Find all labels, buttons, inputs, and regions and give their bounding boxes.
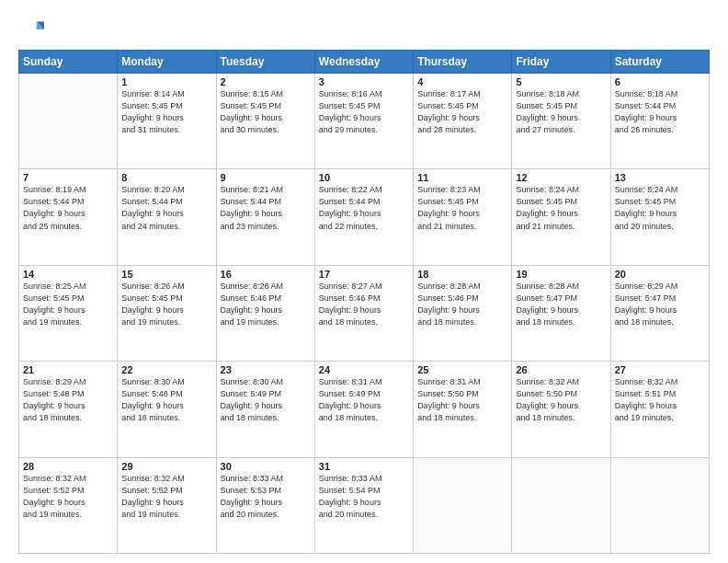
day-info: Sunrise: 8:22 AM Sunset: 5:44 PM Dayligh… xyxy=(319,184,409,232)
day-info: Sunrise: 8:30 AM Sunset: 5:48 PM Dayligh… xyxy=(121,376,211,424)
calendar-cell: 8Sunrise: 8:20 AM Sunset: 5:44 PM Daylig… xyxy=(118,169,216,265)
header xyxy=(18,17,710,42)
day-number: 24 xyxy=(319,364,409,375)
day-info: Sunrise: 8:24 AM Sunset: 5:45 PM Dayligh… xyxy=(516,184,606,232)
day-number: 8 xyxy=(121,172,211,183)
day-number: 3 xyxy=(319,76,409,87)
day-info: Sunrise: 8:30 AM Sunset: 5:49 PM Dayligh… xyxy=(221,376,311,424)
day-number: 4 xyxy=(417,76,507,87)
day-info: Sunrise: 8:20 AM Sunset: 5:44 PM Dayligh… xyxy=(121,184,211,232)
day-info: Sunrise: 8:33 AM Sunset: 5:53 PM Dayligh… xyxy=(221,473,311,521)
day-number: 28 xyxy=(23,461,113,472)
day-number: 12 xyxy=(516,172,606,183)
calendar-cell: 17Sunrise: 8:27 AM Sunset: 5:46 PM Dayli… xyxy=(314,265,413,361)
day-number: 21 xyxy=(23,364,113,375)
logo-icon xyxy=(18,17,44,42)
calendar-cell: 14Sunrise: 8:25 AM Sunset: 5:45 PM Dayli… xyxy=(19,265,118,361)
calendar-cell: 16Sunrise: 8:26 AM Sunset: 5:46 PM Dayli… xyxy=(216,265,314,361)
day-number: 25 xyxy=(417,364,507,375)
day-info: Sunrise: 8:33 AM Sunset: 5:54 PM Dayligh… xyxy=(319,473,409,521)
day-number: 9 xyxy=(221,172,311,183)
calendar-cell: 3Sunrise: 8:16 AM Sunset: 5:45 PM Daylig… xyxy=(314,74,413,169)
calendar-cell: 30Sunrise: 8:33 AM Sunset: 5:53 PM Dayli… xyxy=(216,457,314,553)
calendar-cell: 11Sunrise: 8:23 AM Sunset: 5:45 PM Dayli… xyxy=(414,169,512,265)
day-header-saturday: Saturday xyxy=(610,51,709,74)
calendar-week-row-2: 7Sunrise: 8:19 AM Sunset: 5:44 PM Daylig… xyxy=(19,169,710,265)
calendar-cell: 2Sunrise: 8:15 AM Sunset: 5:45 PM Daylig… xyxy=(216,74,314,169)
calendar-cell: 19Sunrise: 8:28 AM Sunset: 5:47 PM Dayli… xyxy=(512,265,610,361)
calendar-cell xyxy=(414,457,512,553)
calendar-cell: 24Sunrise: 8:31 AM Sunset: 5:49 PM Dayli… xyxy=(314,362,413,457)
calendar-cell: 25Sunrise: 8:31 AM Sunset: 5:50 PM Dayli… xyxy=(414,362,512,457)
day-info: Sunrise: 8:26 AM Sunset: 5:45 PM Dayligh… xyxy=(121,281,211,328)
day-header-friday: Friday xyxy=(512,51,610,74)
day-number: 20 xyxy=(615,269,705,280)
calendar-cell: 4Sunrise: 8:17 AM Sunset: 5:45 PM Daylig… xyxy=(414,74,512,169)
day-number: 5 xyxy=(516,76,606,87)
day-info: Sunrise: 8:21 AM Sunset: 5:44 PM Dayligh… xyxy=(221,184,311,232)
calendar-cell: 9Sunrise: 8:21 AM Sunset: 5:44 PM Daylig… xyxy=(216,169,314,265)
calendar-cell: 31Sunrise: 8:33 AM Sunset: 5:54 PM Dayli… xyxy=(314,457,413,553)
calendar-cell: 18Sunrise: 8:28 AM Sunset: 5:46 PM Dayli… xyxy=(414,265,512,361)
day-info: Sunrise: 8:32 AM Sunset: 5:51 PM Dayligh… xyxy=(615,376,705,424)
day-header-wednesday: Wednesday xyxy=(314,51,413,74)
day-number: 6 xyxy=(615,76,705,87)
calendar-cell: 28Sunrise: 8:32 AM Sunset: 5:52 PM Dayli… xyxy=(19,457,118,553)
day-number: 30 xyxy=(221,461,311,472)
day-number: 27 xyxy=(615,364,705,375)
calendar-week-row-4: 21Sunrise: 8:29 AM Sunset: 5:48 PM Dayli… xyxy=(19,362,710,457)
day-number: 29 xyxy=(121,461,211,472)
calendar-cell: 15Sunrise: 8:26 AM Sunset: 5:45 PM Dayli… xyxy=(118,265,216,361)
calendar-cell xyxy=(610,457,709,553)
page: SundayMondayTuesdayWednesdayThursdayFrid… xyxy=(0,0,728,563)
day-number: 7 xyxy=(23,172,113,183)
day-info: Sunrise: 8:32 AM Sunset: 5:52 PM Dayligh… xyxy=(23,473,113,521)
day-info: Sunrise: 8:32 AM Sunset: 5:50 PM Dayligh… xyxy=(516,376,606,424)
day-number: 22 xyxy=(121,364,211,375)
day-number: 1 xyxy=(121,76,211,87)
day-info: Sunrise: 8:27 AM Sunset: 5:46 PM Dayligh… xyxy=(319,281,409,328)
calendar-week-row-5: 28Sunrise: 8:32 AM Sunset: 5:52 PM Dayli… xyxy=(19,457,710,553)
day-number: 26 xyxy=(516,364,606,375)
calendar-cell xyxy=(19,74,118,169)
calendar-cell: 5Sunrise: 8:18 AM Sunset: 5:45 PM Daylig… xyxy=(512,74,610,169)
calendar-header-row: SundayMondayTuesdayWednesdayThursdayFrid… xyxy=(19,51,710,74)
calendar-cell: 1Sunrise: 8:14 AM Sunset: 5:45 PM Daylig… xyxy=(118,74,216,169)
day-header-thursday: Thursday xyxy=(414,51,512,74)
calendar-cell: 26Sunrise: 8:32 AM Sunset: 5:50 PM Dayli… xyxy=(512,362,610,457)
day-info: Sunrise: 8:15 AM Sunset: 5:45 PM Dayligh… xyxy=(221,88,311,136)
day-info: Sunrise: 8:31 AM Sunset: 5:49 PM Dayligh… xyxy=(319,376,409,424)
day-info: Sunrise: 8:16 AM Sunset: 5:45 PM Dayligh… xyxy=(319,88,409,136)
calendar-cell: 22Sunrise: 8:30 AM Sunset: 5:48 PM Dayli… xyxy=(118,362,216,457)
calendar-week-row-3: 14Sunrise: 8:25 AM Sunset: 5:45 PM Dayli… xyxy=(19,265,710,361)
day-info: Sunrise: 8:32 AM Sunset: 5:52 PM Dayligh… xyxy=(121,473,211,521)
day-number: 16 xyxy=(221,269,311,280)
day-number: 15 xyxy=(121,269,211,280)
day-info: Sunrise: 8:18 AM Sunset: 5:44 PM Dayligh… xyxy=(615,88,705,136)
calendar-cell xyxy=(512,457,610,553)
day-info: Sunrise: 8:18 AM Sunset: 5:45 PM Dayligh… xyxy=(516,88,606,136)
day-info: Sunrise: 8:26 AM Sunset: 5:46 PM Dayligh… xyxy=(221,281,311,328)
calendar-cell: 20Sunrise: 8:29 AM Sunset: 5:47 PM Dayli… xyxy=(610,265,709,361)
calendar-cell: 27Sunrise: 8:32 AM Sunset: 5:51 PM Dayli… xyxy=(610,362,709,457)
day-info: Sunrise: 8:29 AM Sunset: 5:47 PM Dayligh… xyxy=(615,281,705,328)
day-number: 2 xyxy=(221,76,311,87)
day-info: Sunrise: 8:23 AM Sunset: 5:45 PM Dayligh… xyxy=(417,184,507,232)
calendar-cell: 21Sunrise: 8:29 AM Sunset: 5:48 PM Dayli… xyxy=(19,362,118,457)
day-info: Sunrise: 8:29 AM Sunset: 5:48 PM Dayligh… xyxy=(23,376,113,424)
day-info: Sunrise: 8:24 AM Sunset: 5:45 PM Dayligh… xyxy=(615,184,705,232)
day-header-sunday: Sunday xyxy=(19,51,118,74)
day-info: Sunrise: 8:17 AM Sunset: 5:45 PM Dayligh… xyxy=(417,88,507,136)
day-number: 13 xyxy=(615,172,705,183)
day-info: Sunrise: 8:25 AM Sunset: 5:45 PM Dayligh… xyxy=(23,281,113,328)
day-header-tuesday: Tuesday xyxy=(216,51,314,74)
logo xyxy=(18,17,48,42)
calendar-cell: 29Sunrise: 8:32 AM Sunset: 5:52 PM Dayli… xyxy=(118,457,216,553)
calendar-table: SundayMondayTuesdayWednesdayThursdayFrid… xyxy=(18,50,710,554)
day-number: 23 xyxy=(221,364,311,375)
calendar-cell: 12Sunrise: 8:24 AM Sunset: 5:45 PM Dayli… xyxy=(512,169,610,265)
day-number: 31 xyxy=(319,461,409,472)
day-number: 10 xyxy=(319,172,409,183)
day-number: 14 xyxy=(23,269,113,280)
calendar-cell: 13Sunrise: 8:24 AM Sunset: 5:45 PM Dayli… xyxy=(610,169,709,265)
